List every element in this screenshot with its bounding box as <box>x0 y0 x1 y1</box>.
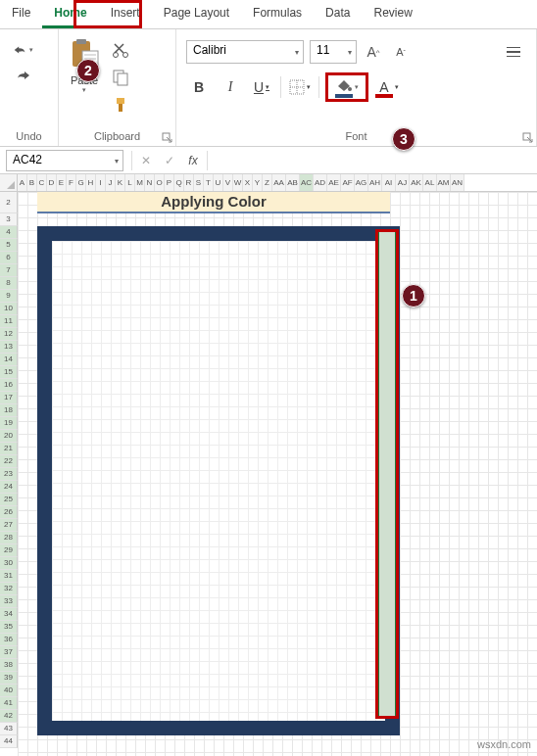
callout-3: 3 <box>392 127 415 151</box>
chevron-down-icon: ▾ <box>355 83 359 91</box>
italic-button[interactable]: I <box>218 74 243 100</box>
scissors-icon <box>112 41 129 59</box>
title-cell[interactable]: Applying Color <box>37 192 390 213</box>
svg-point-15 <box>348 87 352 91</box>
redo-button[interactable] <box>12 65 33 86</box>
worksheet-grid[interactable]: ABCDEFGHIJKLMNOPQRSTUVWXYZAAABACADAEAFAG… <box>0 174 537 756</box>
underline-button[interactable]: U▾ <box>249 74 274 100</box>
ribbon: ▾ Undo Paste ▾ <box>0 29 537 147</box>
column-headers[interactable]: ABCDEFGHIJKLMNOPQRSTUVWXYZAAABACADAEAFAG… <box>18 174 537 192</box>
bold-button[interactable]: B <box>186 74 212 100</box>
tab-insert[interactable]: Insert <box>99 0 152 28</box>
tab-home[interactable]: Home <box>42 0 98 28</box>
ribbon-tabstrip: File Home Insert Page Layout Formulas Da… <box>0 0 537 29</box>
group-label-font: Font <box>184 128 528 144</box>
svg-rect-9 <box>118 73 127 85</box>
row-headers[interactable]: 2345678910111213141516171819202122232425… <box>0 192 18 748</box>
chevron-down-icon: ▾ <box>295 48 299 57</box>
paint-bucket-icon <box>335 78 353 96</box>
frame-interior[interactable] <box>52 241 385 721</box>
font-name-select[interactable]: Calibri ▾ <box>186 40 304 64</box>
svg-rect-1 <box>76 39 86 44</box>
clipboard-dialog-launcher[interactable] <box>162 132 173 144</box>
font-dialog-launcher[interactable] <box>522 132 534 144</box>
decrease-font-button[interactable]: Aˇ <box>390 41 412 63</box>
name-box[interactable]: AC42 ▾ <box>6 150 123 171</box>
group-label-clipboard: Clipboard <box>67 128 168 144</box>
font-color-button[interactable]: A ▾ <box>374 74 400 100</box>
chevron-down-icon: ▾ <box>115 156 119 165</box>
font-name-value: Calibri <box>193 43 226 57</box>
copy-icon <box>112 69 129 86</box>
format-painter-button[interactable] <box>110 94 131 116</box>
paintbrush-icon <box>112 96 129 114</box>
callout-2: 2 <box>76 59 100 82</box>
font-size-value: 11 <box>317 43 329 57</box>
svg-point-6 <box>114 53 119 58</box>
ribbon-options-button[interactable] <box>501 39 526 65</box>
increase-font-button[interactable]: A^ <box>363 41 384 63</box>
select-all-corner[interactable] <box>0 174 18 192</box>
borders-icon <box>289 79 305 95</box>
group-label-undo: Undo <box>8 128 50 144</box>
borders-button[interactable]: ▾ <box>287 74 313 100</box>
tab-file[interactable]: File <box>0 0 42 28</box>
font-color-icon: A <box>375 78 393 96</box>
cut-button[interactable] <box>110 39 131 61</box>
svg-point-7 <box>123 53 128 58</box>
formula-enter-button[interactable]: ✓ <box>158 149 181 172</box>
colored-frame[interactable] <box>37 226 400 735</box>
fill-color-button[interactable]: ▾ <box>325 72 368 102</box>
copy-button[interactable] <box>110 67 131 88</box>
svg-rect-10 <box>117 98 124 104</box>
undo-button[interactable]: ▾ <box>12 39 33 61</box>
tab-data[interactable]: Data <box>314 0 362 28</box>
tab-formulas[interactable]: Formulas <box>241 0 314 28</box>
name-box-value: AC42 <box>13 153 42 166</box>
insert-function-button[interactable]: fx <box>181 149 205 172</box>
tab-review[interactable]: Review <box>362 0 423 28</box>
selection-highlight <box>378 230 396 718</box>
callout-1: 1 <box>402 284 425 307</box>
formula-bar-row: AC42 ▾ ✕ ✓ fx <box>0 147 537 174</box>
chevron-down-icon: ▾ <box>348 48 352 57</box>
formula-cancel-button[interactable]: ✕ <box>134 149 158 172</box>
font-size-select[interactable]: 11 ▾ <box>310 40 357 64</box>
watermark: wsxdn.com <box>477 738 531 750</box>
tab-page-layout[interactable]: Page Layout <box>152 0 241 28</box>
